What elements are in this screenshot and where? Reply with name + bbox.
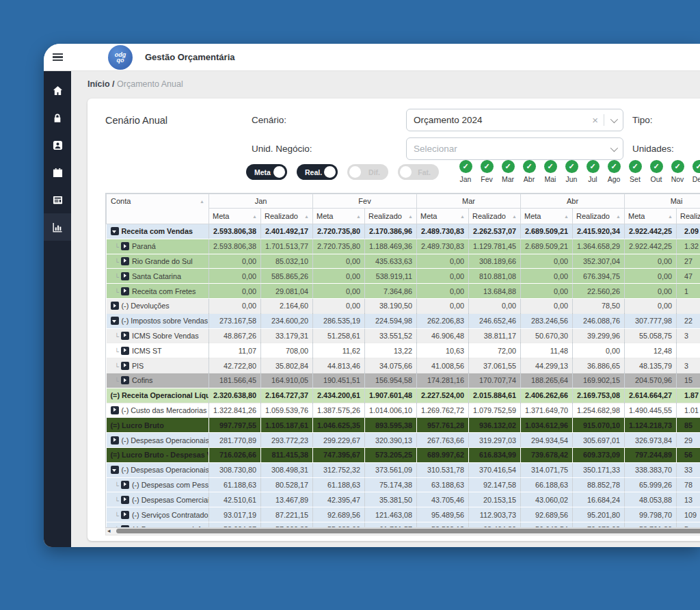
cell-value: 2.262.537,07 xyxy=(469,224,521,239)
table-row[interactable]: (=) Receita Operacional Líquida2.320.638… xyxy=(107,388,700,403)
unid-negocio-select[interactable]: Selecionar xyxy=(406,137,623,160)
cell-value: 294.934,54 xyxy=(521,433,573,448)
expand-icon[interactable] xyxy=(121,272,129,280)
chevron-down-icon[interactable] xyxy=(610,144,618,151)
table-row[interactable]: (-) Custo das Mercadorias1.322.841,261.0… xyxy=(107,403,700,418)
month-filter-out[interactable]: ✓ Out xyxy=(649,160,664,183)
expand-icon[interactable] xyxy=(121,332,129,340)
toggle-fat[interactable]: Fat. xyxy=(398,164,439,180)
table-row[interactable]: (-) Devoluções0,002.164,600,0038.190,500… xyxy=(107,298,700,313)
sidebar-item-reports[interactable] xyxy=(44,186,71,213)
cenario-select[interactable]: Orçamento 2024 × xyxy=(406,109,623,131)
expand-icon[interactable] xyxy=(121,481,129,489)
month-filter-dez[interactable]: ✓ Dez xyxy=(691,160,700,183)
month-filter-set[interactable]: ✓ Set xyxy=(628,160,643,183)
column-header-realizado[interactable]: Realizado▲ xyxy=(469,209,521,224)
table-row[interactable]: (=) Lucro Bruto - Despesas Vari...716.02… xyxy=(107,447,700,462)
table-row[interactable]: └ICMS Sobre Vendas48.867,2633.179,3151.2… xyxy=(107,328,700,343)
series-toggles: Meta Real. Dif. Fat. xyxy=(246,164,439,180)
sidebar-item-security[interactable] xyxy=(44,104,71,131)
toggle-meta[interactable]: Meta xyxy=(246,164,287,180)
expand-icon[interactable] xyxy=(121,347,129,355)
table-row[interactable]: Receita com Vendas2.593.806,382.401.492,… xyxy=(107,224,700,239)
sidebar-item-home[interactable] xyxy=(44,77,71,104)
account-label: ICMS ST xyxy=(132,347,162,355)
column-header-realizado[interactable]: Realizado▲ xyxy=(261,209,313,224)
horizontal-scrollbar[interactable]: ◂ xyxy=(105,528,700,535)
breadcrumb-current: Orçamento Anual xyxy=(117,79,183,89)
month-filter-mar[interactable]: ✓ Mar xyxy=(500,160,515,183)
month-filter-jun[interactable]: ✓ Jun xyxy=(564,160,579,183)
month-filter-ago[interactable]: ✓ Ago xyxy=(606,160,621,183)
collapse-icon[interactable] xyxy=(111,227,119,235)
month-filter-jul[interactable]: ✓ Jul xyxy=(585,160,600,183)
top-bar: odg qo Gestão Orçamentária xyxy=(44,44,700,71)
column-header-realizado[interactable]: Realizado▲ xyxy=(677,209,700,224)
month-filter-fev[interactable]: ✓ Fev xyxy=(479,160,494,183)
cell-value: 156.954,58 xyxy=(365,373,417,388)
cell-value: 957.761,28 xyxy=(417,418,469,433)
table-row[interactable]: └Santa Catarina0,00585.865,260,00538.919… xyxy=(107,269,700,284)
expand-icon[interactable] xyxy=(121,287,129,295)
expand-icon[interactable] xyxy=(121,376,129,384)
table-row[interactable]: └(-) Despesas Comerciai...42.510,6113.46… xyxy=(107,492,700,507)
sidebar-item-users[interactable] xyxy=(44,131,71,159)
expand-icon[interactable] xyxy=(121,242,129,250)
table-row[interactable]: └Paraná2.593.806,381.701.513,772.720.735… xyxy=(107,239,700,254)
table-row[interactable]: └(-) Serviços Contratados93.017,1987.221… xyxy=(107,507,700,522)
cell-value: 42.395,47 xyxy=(313,492,365,507)
column-header-meta[interactable]: Meta▲ xyxy=(209,209,261,224)
account-label: (=) Lucro Bruto - Despesas Vari... xyxy=(111,451,209,459)
expand-icon[interactable] xyxy=(121,496,129,504)
expand-icon[interactable] xyxy=(111,436,119,445)
column-header-conta[interactable]: Conta▲ xyxy=(107,194,209,224)
cell-value: 0,00 xyxy=(313,269,365,284)
table-row[interactable]: └Cofins181.566,45164.910,05190.451,51156… xyxy=(107,373,700,388)
column-header-realizado[interactable]: Realizado▲ xyxy=(365,209,417,224)
cell-value: 538.919,11 xyxy=(365,269,417,284)
table-row[interactable]: (-) Despesas Operacionais ...308.730,803… xyxy=(107,462,700,477)
sidebar-item-budget-analysis[interactable] xyxy=(44,213,71,241)
table-row[interactable]: └(-) Despesas com Pess...61.188,6380.528… xyxy=(107,477,700,492)
sidebar-item-calendar[interactable] xyxy=(44,159,71,186)
table-row[interactable]: (=) Lucro Bruto997.797,551.105.187,611.0… xyxy=(107,418,700,433)
expand-icon[interactable] xyxy=(121,362,129,370)
month-filter-abr[interactable]: ✓ Abr xyxy=(522,160,537,183)
cell-value: 2.614.664,27 xyxy=(625,388,677,403)
table-row[interactable]: (-) Despesas Operacionais ...281.770,892… xyxy=(107,433,700,448)
month-filter-nov[interactable]: ✓ Nov xyxy=(670,160,685,183)
month-filter-jan[interactable]: ✓ Jan xyxy=(458,160,473,183)
expand-icon[interactable] xyxy=(121,257,129,265)
collapse-icon[interactable] xyxy=(111,466,119,474)
column-header-realizado[interactable]: Realizado▲ xyxy=(573,209,625,224)
column-header-meta[interactable]: Meta▲ xyxy=(625,209,677,224)
cell-value: 43.705,46 xyxy=(417,492,469,507)
cell-value: 262.206,83 xyxy=(417,313,469,328)
menu-toggle-button[interactable] xyxy=(44,44,71,71)
expand-icon[interactable] xyxy=(111,302,119,310)
cell-value: 352.307,04 xyxy=(573,254,625,269)
month-filter-mai[interactable]: ✓ Mai xyxy=(543,160,558,183)
toggle-dif[interactable]: Dif. xyxy=(347,164,388,180)
chevron-down-icon[interactable] xyxy=(610,115,618,122)
column-header-meta[interactable]: Meta▲ xyxy=(313,209,365,224)
expand-icon[interactable] xyxy=(121,511,129,519)
cell-value: 609.373,09 xyxy=(573,447,625,462)
table-row[interactable]: └ICMS ST11,07708,0011,6213,2210,6372,001… xyxy=(107,343,700,358)
table-row[interactable]: └Rio Grande do Sul0,0085.032,100,00435.6… xyxy=(107,254,700,269)
table-row[interactable]: └(-) Despesas com Infra...53.004,3757.90… xyxy=(107,522,700,528)
column-header-meta[interactable]: Meta▲ xyxy=(521,209,573,224)
expand-icon[interactable] xyxy=(111,406,119,414)
table-row[interactable]: └PIS42.722,8035.802,8444.813,4634.075,66… xyxy=(107,358,700,373)
clear-icon[interactable]: × xyxy=(587,114,604,126)
scroll-left-icon[interactable]: ◂ xyxy=(107,527,111,535)
account-label: ICMS Sobre Vendas xyxy=(132,332,199,340)
column-header-meta[interactable]: Meta▲ xyxy=(417,209,469,224)
breadcrumb-home[interactable]: Início / xyxy=(88,79,115,89)
scrollbar-thumb[interactable] xyxy=(116,529,700,533)
table-row[interactable]: └Receita com Fretes0,0029.081,040,007.36… xyxy=(107,284,700,299)
table-row[interactable]: (-) Impostos sobre Vendas273.167,58234.6… xyxy=(107,313,700,328)
cell-value: 747.395,67 xyxy=(313,447,365,462)
toggle-real[interactable]: Real. xyxy=(297,164,338,180)
collapse-icon[interactable] xyxy=(111,317,119,325)
